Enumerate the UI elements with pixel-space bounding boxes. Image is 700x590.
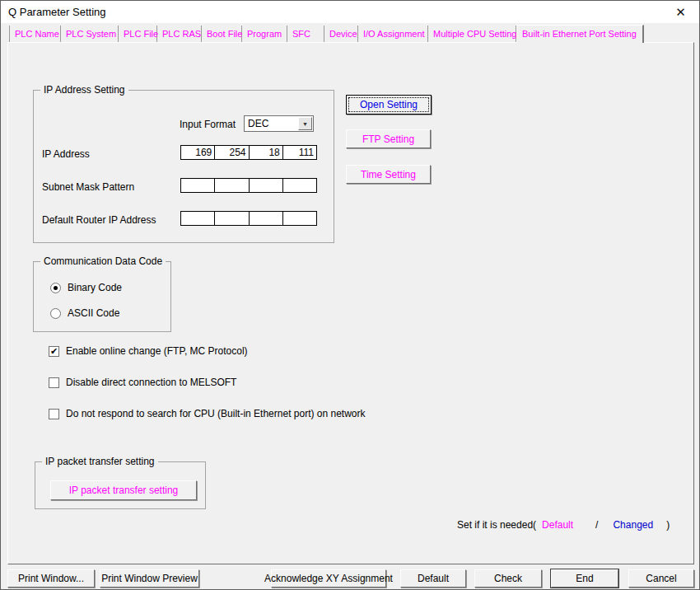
print-window-button[interactable]: Print Window...	[7, 569, 95, 588]
set-if-needed-legend: Set if it is needed( Default / Changed )	[457, 519, 670, 531]
enable-online-change-label: Enable online change (FTP, MC Protocol)	[66, 345, 248, 357]
close-icon[interactable]: ✕	[662, 1, 699, 23]
open-setting-button[interactable]: Open Setting	[346, 95, 432, 115]
cancel-button[interactable]: Cancel	[628, 569, 694, 588]
ascii-code-radio[interactable]: ASCII Code	[50, 307, 119, 319]
default-router-fields	[180, 211, 317, 226]
checkbox-unchecked-icon[interactable]	[49, 409, 59, 419]
do-not-respond-search-checkbox[interactable]: Do not respond to search for CPU (Built-…	[49, 408, 366, 419]
default-router-octet-1[interactable]	[181, 212, 214, 225]
subnet-mask-octet-3[interactable]	[249, 179, 282, 192]
tab-plc-file[interactable]: PLC File	[119, 26, 157, 42]
subnet-mask-label: Subnet Mask Pattern	[42, 181, 134, 193]
acknowledge-xy-assignment-button[interactable]: Acknowledge XY Assignment	[271, 569, 386, 588]
tab-plc-name[interactable]: PLC Name	[10, 26, 61, 42]
enable-online-change-checkbox[interactable]: ✔ Enable online change (FTP, MC Protocol…	[49, 345, 248, 357]
ascii-code-label: ASCII Code	[68, 307, 119, 319]
legend-suffix: )	[666, 519, 670, 531]
ip-address-setting-group: IP Address Setting Input Format DEC ▼ IP…	[33, 90, 334, 243]
legend-changed: Changed	[613, 519, 653, 531]
tab-io-assignment[interactable]: I/O Assignment	[358, 26, 428, 42]
ip-packet-transfer-group: IP packet transfer setting IP packet tra…	[35, 461, 206, 509]
ip-address-octet-4[interactable]: 111	[282, 146, 316, 159]
checkbox-checked-icon[interactable]: ✔	[49, 346, 59, 357]
default-router-octet-4[interactable]	[282, 212, 316, 225]
subnet-mask-fields	[180, 178, 317, 193]
binary-code-radio[interactable]: Binary Code	[50, 282, 122, 293]
tab-sfc[interactable]: SFC	[287, 26, 324, 42]
do-not-respond-search-label: Do not respond to search for CPU (Built-…	[66, 408, 366, 419]
chevron-down-icon[interactable]: ▼	[298, 117, 312, 130]
tab-device[interactable]: Device	[324, 26, 358, 42]
input-format-label: Input Format	[153, 119, 236, 130]
input-format-select[interactable]: DEC ▼	[244, 115, 314, 132]
disable-direct-connection-label: Disable direct connection to MELSOFT	[66, 377, 236, 388]
default-button[interactable]: Default	[400, 569, 466, 588]
ip-address-fields: 169 254 18 111	[180, 145, 317, 160]
ip-address-octet-3[interactable]: 18	[249, 146, 282, 159]
tab-built-in-ethernet-port-setting[interactable]: Built-in Ethernet Port Setting	[516, 25, 644, 43]
subnet-mask-octet-4[interactable]	[282, 179, 316, 192]
ethernet-port-setting-page: IP Address Setting Input Format DEC ▼ IP…	[7, 42, 694, 564]
communication-data-code-group-label: Communication Data Code	[40, 255, 166, 267]
q-parameter-setting-dialog: Q Parameter Setting ✕ PLC Name PLC Syste…	[0, 0, 700, 590]
default-router-octet-3[interactable]	[249, 212, 282, 225]
ftp-setting-button[interactable]: FTP Setting	[346, 129, 431, 148]
legend-prefix: Set if it is needed(	[457, 519, 536, 531]
communication-data-code-group: Communication Data Code Binary Code ASCI…	[33, 261, 171, 332]
tab-program[interactable]: Program	[242, 26, 287, 42]
window-title: Q Parameter Setting	[8, 1, 106, 23]
ip-address-octet-1[interactable]: 169	[181, 146, 214, 159]
legend-separator: /	[595, 519, 598, 531]
title-bar: Q Parameter Setting ✕	[1, 1, 699, 23]
default-router-octet-2[interactable]	[214, 212, 248, 225]
radio-unselected-icon[interactable]	[50, 308, 61, 319]
radio-selected-icon[interactable]	[50, 283, 61, 293]
subnet-mask-octet-2[interactable]	[214, 179, 248, 192]
checkbox-unchecked-icon[interactable]	[49, 377, 59, 388]
binary-code-label: Binary Code	[68, 282, 122, 293]
tab-plc-ras[interactable]: PLC RAS	[157, 26, 202, 42]
ip-address-octet-2[interactable]: 254	[214, 146, 248, 159]
subnet-mask-octet-1[interactable]	[181, 179, 214, 192]
input-format-value: DEC	[245, 116, 297, 131]
ip-address-setting-group-label: IP Address Setting	[40, 84, 128, 96]
time-setting-button[interactable]: Time Setting	[346, 165, 431, 184]
disable-direct-connection-checkbox[interactable]: Disable direct connection to MELSOFT	[49, 377, 236, 388]
legend-default: Default	[542, 519, 573, 531]
ip-address-label: IP Address	[42, 148, 90, 160]
ip-packet-transfer-setting-button[interactable]: IP packet transfer setting	[50, 480, 197, 500]
parameter-tab-strip: PLC Name PLC System PLC File PLC RAS Boo…	[9, 26, 644, 42]
print-window-preview-button[interactable]: Print Window Preview	[100, 569, 199, 588]
tab-boot-file[interactable]: Boot File	[202, 26, 242, 42]
check-button[interactable]: Check	[474, 569, 542, 588]
ip-packet-transfer-group-label: IP packet transfer setting	[42, 456, 158, 467]
tab-plc-system[interactable]: PLC System	[61, 26, 119, 42]
tab-multiple-cpu-setting[interactable]: Multiple CPU Setting	[428, 26, 516, 42]
default-router-label: Default Router IP Address	[42, 214, 156, 226]
end-button[interactable]: End	[551, 569, 618, 588]
